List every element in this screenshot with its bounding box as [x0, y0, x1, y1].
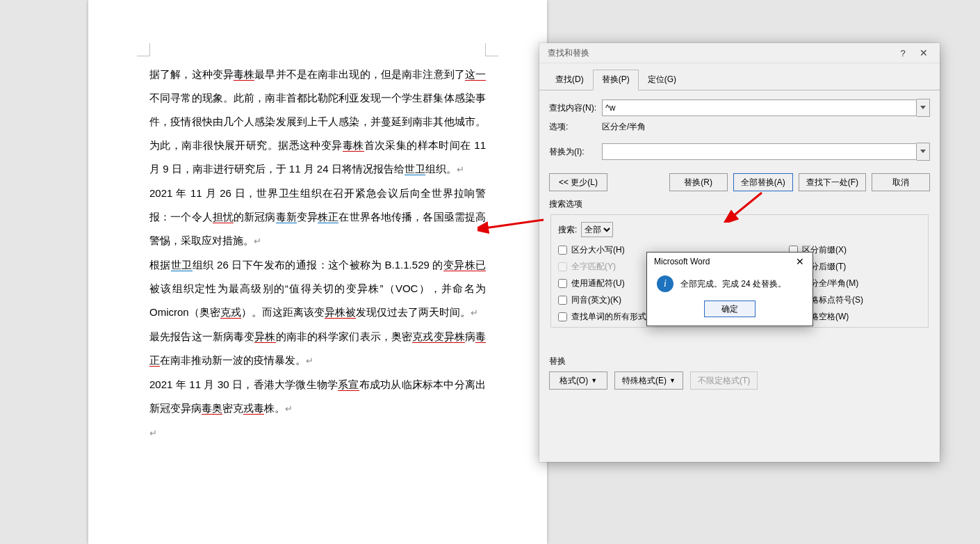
msgbox-titlebar[interactable]: Microsoft Word ✕ — [647, 253, 812, 270]
paragraph-mark: ↵ — [306, 355, 313, 366]
text: 发现仅过去了两天时间。 — [356, 306, 471, 318]
search-direction-label: 搜索: — [558, 224, 577, 236]
replace-format-section: 替换 格式(O)▼ 特殊格式(E)▼ 不限定格式(T) — [549, 355, 930, 390]
dialog-body: 查找内容(N): 选项: 区分全/半角 替换为(I): << 更少(L) 替换(… — [539, 90, 940, 398]
paragraph-mark: ↵ — [285, 403, 293, 414]
text: 根据 — [149, 259, 171, 271]
spellcheck-squiggle: 异株被 — [325, 306, 356, 319]
info-icon: i — [657, 275, 673, 292]
options-value: 区分全/半角 — [602, 121, 646, 133]
msgbox-ok-button[interactable]: 确定 — [704, 301, 756, 317]
text: ）。而这距离该变 — [241, 306, 325, 318]
msgbox-text: 全部完成。完成 24 处替换。 — [680, 278, 786, 290]
paragraph[interactable]: 据了解，这种变异毒株最早并不是在南非出现的，但是南非注意到了这一不同寻常的现象。… — [149, 63, 486, 182]
paragraph-mark: ↵ — [254, 236, 261, 246]
paragraph[interactable]: 最先报告这一新病毒变异株的南非的科学家们表示，奥密克戎变异株病毒正在南非推动新一… — [149, 325, 486, 373]
replace-history-dropdown[interactable] — [917, 143, 930, 161]
replace-label: 替换为(I): — [549, 146, 602, 158]
search-direction-row: 搜索: 全部 — [558, 222, 921, 237]
spellcheck-squiggle: 这一 — [465, 68, 486, 81]
document-page: 据了解，这种变异毒株最早并不是在南非出现的，但是南非注意到了这一不同寻常的现象。… — [88, 0, 547, 544]
message-box[interactable]: Microsoft Word ✕ i 全部完成。完成 24 处替换。 确定 — [646, 252, 813, 326]
text: 最早并不是在南非出现的，但是南非注意到了 — [254, 68, 465, 80]
grammar-squiggle: 毒新 — [276, 211, 297, 223]
dialog-titlebar[interactable]: 查找和替换 ? ✕ — [539, 43, 940, 63]
margin-corner — [137, 43, 150, 56]
text: 变异 — [297, 211, 318, 223]
cancel-button[interactable]: 取消 — [872, 173, 930, 191]
replace-section-title: 替换 — [549, 355, 930, 367]
paragraph-mark: ↵ — [471, 307, 478, 318]
search-direction-select[interactable]: 全部 — [581, 222, 613, 237]
spellcheck-squiggle: 戎毒 — [243, 402, 264, 415]
paragraph-mark: ↵ — [457, 164, 464, 175]
text: 的南非的科学家们表示，奥密 — [276, 330, 413, 342]
text: 的新冠病 — [234, 211, 276, 223]
replace-row: 替换为(I): — [549, 143, 930, 161]
paragraph-mark: ↵ — [149, 428, 157, 438]
less-button[interactable]: << 更少(L) — [549, 173, 607, 191]
close-button[interactable]: ✕ — [913, 47, 934, 58]
text: 组织。 — [425, 163, 457, 175]
spellcheck-squiggle: 系宣 — [338, 378, 359, 391]
svg-marker-1 — [920, 150, 926, 153]
spellcheck-squiggle: 毒奥 — [202, 402, 222, 415]
text: 在南非推动新一波的疫情暴发。 — [160, 354, 306, 366]
search-options-title: 搜索选项 — [549, 198, 930, 210]
text: 据了解，这种变异 — [149, 68, 234, 80]
find-row: 查找内容(N): — [549, 99, 930, 117]
paragraph[interactable]: ↵ — [149, 421, 486, 445]
text: 株。 — [264, 402, 285, 414]
spellcheck-squiggle: 克戎变异株 — [412, 330, 465, 343]
tab-find[interactable]: 查找(D) — [546, 70, 593, 90]
spellcheck-squiggle: 毒株 — [234, 68, 254, 81]
paragraph[interactable]: 2021 年 11 月 26 日，世界卫生组织在召开紧急会议后向全世界拉响警报：… — [149, 182, 486, 253]
margin-corner — [485, 43, 498, 56]
grammar-squiggle: 世卫 — [171, 259, 193, 271]
options-label: 选项: — [549, 121, 602, 133]
help-button[interactable]: ? — [892, 48, 913, 58]
text: 病 — [465, 330, 475, 342]
spellcheck-squiggle: 克戎 — [220, 306, 241, 319]
spellcheck-squiggle: 担忧 — [213, 211, 234, 223]
action-buttons: << 更少(L) 替换(R) 全部替换(A) 查找下一处(F) 取消 — [549, 173, 930, 191]
tab-goto[interactable]: 定位(G) — [639, 70, 685, 90]
spellcheck-squiggle: 变异株已 — [443, 259, 486, 271]
text: 组织 26 日下午发布的通报：这个被称为 B.1.1.529 的 — [193, 259, 443, 271]
special-button[interactable]: 特殊格式(E)▼ — [614, 371, 683, 390]
find-next-button[interactable]: 查找下一处(F) — [799, 173, 866, 191]
find-label: 查找内容(N): — [549, 102, 602, 114]
caret-down-icon: ▼ — [669, 377, 676, 384]
msgbox-title: Microsoft Word — [654, 257, 710, 266]
replace-input[interactable] — [602, 143, 917, 160]
spellcheck-squiggle: 异株 — [254, 330, 275, 343]
text: 密克 — [222, 402, 243, 414]
grammar-squiggle: 世卫 — [405, 163, 425, 175]
paragraph[interactable]: 根据世卫组织 26 日下午发布的通报：这个被称为 B.1.1.529 的变异株已… — [149, 253, 486, 325]
find-options-row: 选项: 区分全/半角 — [549, 121, 930, 133]
dialog-tabs: 查找(D) 替换(P) 定位(G) — [539, 63, 940, 90]
replace-button[interactable]: 替换(R) — [669, 173, 728, 191]
spellcheck-squiggle: 毒株 — [343, 139, 364, 152]
text: 最先报告这一新病毒变 — [149, 330, 254, 342]
svg-marker-0 — [920, 106, 926, 109]
find-input[interactable] — [602, 99, 917, 116]
replace-all-button[interactable]: 全部替换(A) — [733, 173, 793, 191]
dialog-title: 查找和替换 — [548, 47, 892, 59]
paragraph[interactable]: 2021 年 11 月 30 日，香港大学微生物学系宣布成功从临床标本中分离出新… — [149, 373, 486, 421]
find-history-dropdown[interactable] — [917, 99, 930, 117]
no-format-button: 不限定格式(T) — [690, 371, 758, 390]
document-body[interactable]: 据了解，这种变异毒株最早并不是在南非出现的，但是南非注意到了这一不同寻常的现象。… — [149, 63, 486, 445]
format-button[interactable]: 格式(O)▼ — [549, 371, 607, 390]
text: 2021 年 11 月 30 日，香港大学微生物学 — [149, 378, 338, 390]
msgbox-close-button[interactable]: ✕ — [792, 256, 808, 267]
caret-down-icon: ▼ — [591, 377, 597, 384]
tab-replace[interactable]: 替换(P) — [593, 70, 639, 90]
grammar-squiggle: 株正 — [318, 211, 338, 223]
